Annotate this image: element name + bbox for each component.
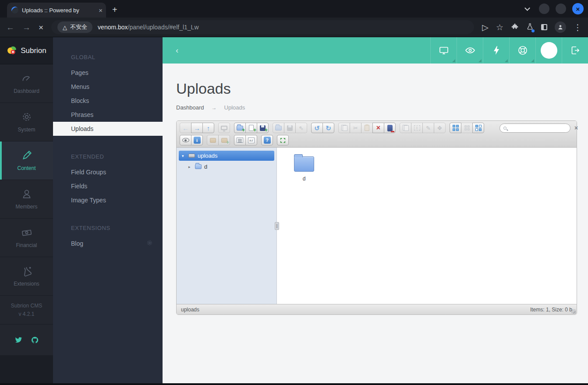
fm-back-button[interactable]: ← [180,123,191,133]
browser-titlebar: Uploads :: Powered by × + × [0,0,588,18]
fm-new-file-button[interactable]: + [245,123,257,133]
extensions-puzzle-icon[interactable] [511,23,519,31]
profile-avatar[interactable] [555,21,566,33]
subrion-logo[interactable]: Subrion [0,37,53,64]
fm-info-button[interactable]: i [191,135,203,145]
fm-paste-button[interactable] [361,123,373,133]
menu-item-pages[interactable]: Pages [53,66,163,80]
sidebar-item-system[interactable]: System [0,103,53,141]
fm-search-box[interactable] [499,124,570,133]
sidebar-item-dashboard[interactable]: Dashboard [0,64,53,103]
flask-extension-icon[interactable] [526,23,534,32]
sidebar-item-content[interactable]: Content [0,141,53,180]
resize-handle[interactable] [571,309,576,314]
secondary-sidebar: GLOBAL Pages Menus Blocks Phrases Upload… [53,37,163,383]
fm-copy-button[interactable] [338,123,350,133]
side-panel-icon[interactable] [541,24,547,30]
fm-delete-button[interactable]: × [372,123,384,133]
fm-list-view-button[interactable] [234,135,246,145]
fm-archive-button[interactable] [207,135,219,145]
menu-item-blog[interactable]: Blog [53,237,163,251]
fm-preview-button[interactable] [180,135,191,145]
fm-view-small-button[interactable] [461,123,473,133]
quick-actions-button[interactable] [483,37,509,64]
preview-button[interactable] [457,37,483,64]
menu-item-menus[interactable]: Menus [53,80,163,94]
twitter-icon[interactable] [15,336,22,344]
sidebar-item-extensions[interactable]: Extensions [0,257,53,296]
file-manager-toolbar: ← → ↑ + + + [177,121,577,148]
file-list-area[interactable]: d [277,148,577,304]
tree-splitter-handle[interactable]: ∥ [275,222,279,230]
menu-section-global: GLOBAL [53,49,163,66]
menu-item-phrases[interactable]: Phrases [53,108,163,122]
menu-item-fields[interactable]: Fields [53,179,163,193]
sidebar-item-financial[interactable]: Financial [0,219,53,257]
fm-select-button[interactable]: ⇖ [295,123,307,133]
new-tab-button[interactable]: + [112,5,117,18]
breadcrumb-dashboard[interactable]: Dashboard [176,104,204,111]
fm-forward-button[interactable]: → [191,123,203,133]
blog-settings-gear-icon[interactable] [146,240,153,247]
fm-netmount-button[interactable] [218,123,230,133]
menu-item-field-groups[interactable]: Field Groups [53,165,163,179]
menu-item-uploads[interactable]: Uploads [53,122,163,136]
browser-tab[interactable]: Uploads :: Powered by × [7,3,106,18]
browser-menu-icon[interactable]: ⋮ [574,23,582,32]
fm-up-button[interactable]: ↑ [202,123,214,133]
fm-rename-button[interactable]: I [411,123,423,133]
security-chip[interactable]: △ 不安全 [57,21,92,33]
file-item-d[interactable]: d [288,153,320,182]
tab-close-icon[interactable]: × [99,7,103,14]
send-icon[interactable]: ▷ [482,23,489,32]
breadcrumb-current: Uploads [224,104,245,111]
fm-view-mixed-button[interactable] [472,123,484,133]
fm-sort-button[interactable]: az [245,135,257,145]
menu-item-blog-label: Blog [71,240,83,247]
help-button[interactable] [509,37,535,64]
fm-extract-button[interactable]: + [218,135,230,145]
logout-button[interactable] [562,37,588,64]
bookmark-star-icon[interactable]: ☆ [496,23,503,32]
user-menu-button[interactable] [535,37,562,64]
fm-cut-button[interactable]: ✂ [350,123,361,133]
fm-duplicate-button[interactable] [400,123,411,133]
fm-empty-folder-button[interactable] [384,123,396,133]
fm-save-button[interactable] [284,123,296,133]
fm-redo-button[interactable]: ↻ [322,123,334,133]
copy-icon [341,125,347,131]
fm-close-icon[interactable]: × [574,124,578,131]
window-close-button[interactable]: × [572,3,584,14]
tree-item-d[interactable]: ▸ d [177,162,276,172]
collapse-sidebar-icon[interactable]: ‹ [176,46,178,55]
minimize-button[interactable] [539,4,549,14]
tree-item-uploads[interactable]: ▾ uploads [179,151,274,161]
forward-icon[interactable]: → [22,23,31,32]
flask-icon [21,265,32,277]
search-input[interactable] [509,125,567,131]
fm-fullscreen-button[interactable] [277,135,289,145]
fm-edit-button[interactable]: ✎ [422,123,434,133]
menu-item-image-types[interactable]: Image Types [53,193,163,207]
github-icon[interactable] [31,336,39,344]
fm-resize-button[interactable]: ✥ [434,123,446,133]
stop-icon[interactable]: × [39,23,43,32]
tree-root-label: uploads [198,152,218,159]
sidebar-item-members[interactable]: Members [0,180,53,219]
fm-upload-button[interactable]: + [257,123,269,133]
fm-view-icons-button[interactable] [450,123,461,133]
fm-undo-button[interactable]: ↺ [311,123,323,133]
maximize-button[interactable] [556,4,566,14]
visit-site-button[interactable] [430,37,457,64]
paste-icon [365,125,369,131]
caret-closed-icon[interactable]: ▸ [188,165,192,169]
url-bar[interactable]: △ 不安全 venom.box/panel/uploads/#elf_l1_Lw [51,20,474,34]
caret-open-icon[interactable]: ▾ [182,154,186,158]
fm-new-folder-button[interactable]: + [234,123,246,133]
fm-help-button[interactable]: ? [261,135,273,145]
menu-item-blocks[interactable]: Blocks [53,94,163,108]
tab-search-chevron-icon[interactable] [524,5,530,11]
fm-open-button[interactable] [273,123,284,133]
back-icon[interactable]: ← [6,23,14,32]
warning-icon: △ [63,24,67,31]
